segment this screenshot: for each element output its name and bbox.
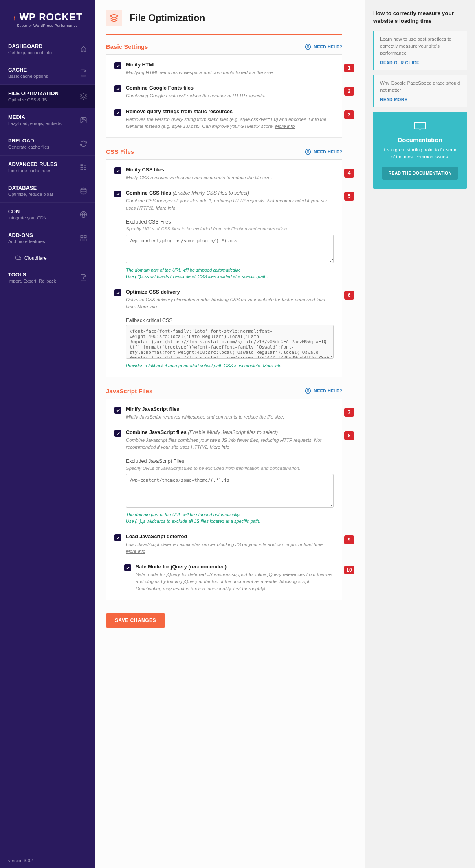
svg-rect-8	[84, 235, 86, 237]
need-help-link[interactable]: NEED HELP?	[305, 149, 342, 155]
layers-icon	[106, 10, 122, 26]
read-guide-link[interactable]: READ OUR GUIDE	[380, 60, 461, 65]
media-icon	[80, 116, 87, 124]
right-sidebar: How to correctly measure your website's …	[365, 0, 475, 868]
optimize-css-field: Optimize CSS delivery Optimize CSS deliv…	[114, 289, 334, 369]
sidebar-item-preload[interactable]: PRELOAD Generate cache files	[0, 132, 95, 156]
tip-card: Learn how to use best practices to corre…	[373, 31, 467, 70]
more-info-link[interactable]: More info	[263, 363, 281, 368]
fallback-css-input[interactable]	[126, 325, 334, 359]
excluded-css-input[interactable]	[126, 235, 334, 263]
minify-js-field: Minify JavaScript files Minify JavaScrip…	[114, 406, 334, 421]
cdn-icon	[80, 211, 87, 218]
svg-rect-3	[81, 167, 83, 168]
optimize-css-checkbox[interactable]	[114, 289, 121, 296]
section-css: CSS Files NEED HELP? Minify CSS files Mi…	[106, 148, 342, 377]
section-js: JavaScript Files NEED HELP? Minify JavaS…	[106, 388, 342, 600]
more-info-link[interactable]: More info	[137, 304, 157, 309]
sidebar-item-advanced-rules[interactable]: ADVANCED RULES Fine-tune cache rules	[0, 156, 95, 179]
cloud-icon	[15, 255, 21, 261]
svg-point-5	[81, 188, 86, 190]
svg-point-14	[307, 150, 309, 151]
read-docs-button[interactable]: READ THE DOCUMENTATION	[382, 167, 458, 180]
checkbox[interactable]	[114, 109, 121, 116]
excluded-js-input[interactable]	[126, 474, 334, 508]
checkbox[interactable]	[114, 85, 121, 92]
svg-point-1	[82, 118, 83, 120]
combine-css-checkbox[interactable]	[114, 191, 121, 197]
cache-icon	[80, 69, 87, 77]
basic-field-2: Remove query strings from static resourc…	[114, 109, 334, 130]
combine-css-field: Combine CSS files (Enable Minify CSS fil…	[114, 190, 334, 280]
sidebar-item-cdn[interactable]: CDN Integrate your CDN	[0, 203, 95, 226]
sidebar-item-cache[interactable]: CACHE Basic cache options	[0, 61, 95, 85]
more-info-link[interactable]: More info	[210, 445, 229, 449]
addons-icon	[80, 235, 87, 242]
sidebar: WP ROCKET Superior WordPress Performance…	[0, 0, 95, 868]
logo: WP ROCKET Superior WordPress Performance	[0, 0, 95, 37]
basic-field-0: Minify HTML Minifying HTML removes white…	[114, 62, 334, 76]
version-label: version 3.0.4	[8, 858, 34, 863]
tip-card: Why Google PageSpeed grade should not ma…	[373, 75, 467, 107]
svg-rect-9	[81, 239, 83, 241]
svg-point-16	[307, 389, 309, 391]
checkbox[interactable]	[114, 62, 121, 69]
sidebar-item-addons[interactable]: ADD-ONS Add more features	[0, 226, 95, 250]
minify-css-field: Minify CSS files Minify CSS removes whit…	[114, 167, 334, 181]
book-icon	[380, 121, 460, 132]
svg-point-12	[307, 45, 309, 46]
sidebar-item-media[interactable]: MEDIA LazyLoad, emojis, embeds	[0, 108, 95, 132]
sidebar-item-cloudflare[interactable]: Cloudflare	[0, 250, 95, 266]
file-optimization-icon	[80, 93, 87, 100]
sidebar-item-dashboard[interactable]: DASHBOARD Get help, account info	[0, 37, 95, 61]
more-info-link[interactable]: More info	[156, 206, 176, 210]
combine-js-field: Combine JavaScript files (Enable Minify …	[114, 430, 334, 525]
page-title: File Optimization	[130, 13, 205, 24]
page-header: File Optimization	[106, 10, 342, 35]
rocket-icon	[12, 12, 18, 20]
read-more-link[interactable]: READ MORE	[380, 97, 461, 102]
need-help-link[interactable]: NEED HELP?	[305, 44, 342, 50]
safe-mode-checkbox[interactable]	[124, 564, 131, 571]
svg-rect-10	[84, 239, 86, 241]
svg-rect-4	[81, 169, 83, 170]
svg-rect-7	[81, 235, 83, 237]
more-info-link[interactable]: More info	[126, 549, 145, 554]
advanced-rules-icon	[80, 164, 87, 171]
tools-icon	[80, 274, 87, 281]
minify-css-checkbox[interactable]	[114, 167, 121, 174]
basic-field-1: Combine Google Fonts files Combining Goo…	[114, 85, 334, 99]
svg-rect-2	[81, 165, 83, 166]
more-info-link[interactable]: More info	[275, 124, 295, 129]
defer-js-checkbox[interactable]	[114, 534, 121, 541]
dashboard-icon	[80, 46, 87, 53]
save-button[interactable]: SAVE CHANGES	[106, 613, 165, 628]
need-help-link[interactable]: NEED HELP?	[305, 388, 342, 394]
preload-icon	[80, 140, 87, 147]
safe-mode-field: Safe Mode for jQuery (recommended) Safe …	[124, 564, 334, 592]
section-basic: Basic Settings NEED HELP? Minify HTML Mi…	[106, 43, 342, 138]
minify-js-checkbox[interactable]	[114, 407, 121, 414]
main-content: File Optimization Basic Settings NEED HE…	[95, 0, 365, 868]
sidebar-item-tools[interactable]: TOOLS Import, Export, Rollback	[0, 266, 95, 289]
sidebar-item-database[interactable]: DATABASE Optimize, reduce bloat	[0, 179, 95, 203]
defer-js-field: Load JavaScript deferred Load JavaScript…	[114, 534, 334, 555]
documentation-card: Documentation It is a great starting poi…	[373, 112, 467, 189]
combine-js-checkbox[interactable]	[114, 430, 121, 437]
database-icon	[80, 187, 87, 195]
sidebar-item-file-optimization[interactable]: FILE OPTIMIZATION Optimize CSS & JS	[0, 85, 95, 108]
